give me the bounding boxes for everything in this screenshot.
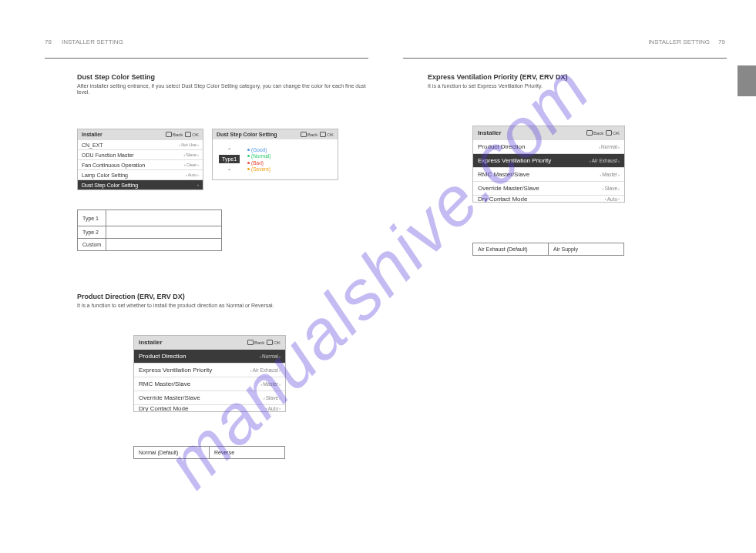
- chevron-left-icon: ‹: [186, 173, 187, 177]
- back-icon: [166, 132, 172, 137]
- panel-row-label: Dust Step Color Setting: [82, 183, 138, 188]
- panel-row-label: Product Direction: [139, 353, 186, 360]
- chevron-right-icon: ›: [618, 196, 620, 201]
- back-icon: [301, 132, 307, 137]
- back-icon: [586, 130, 593, 136]
- panel-row-label: Dry Contact Mode: [139, 405, 188, 412]
- panel-row-label: Express Ventilation Priority: [139, 367, 212, 374]
- chevron-down-icon[interactable]: ⌄: [227, 166, 231, 171]
- chevron-right-icon: ›: [197, 163, 199, 167]
- panel-b-row-3[interactable]: Override Master/Slave ‹Slave›: [134, 390, 285, 404]
- chevron-right-icon: ›: [279, 406, 281, 411]
- panel-row-label: Override Master/Slave: [478, 185, 539, 192]
- cell: Type 1: [78, 210, 106, 226]
- side-tab: [738, 65, 756, 96]
- chevron-up-icon[interactable]: ⌃: [227, 147, 231, 152]
- table-b: Normal (Default) Reverse: [133, 446, 285, 459]
- section-c-desc: It is a function to set Express Ventilat…: [428, 83, 721, 89]
- back-button[interactable]: Back: [301, 132, 318, 137]
- chevron-left-icon: ‹: [260, 354, 261, 359]
- cell: [106, 239, 222, 251]
- chevron-left-icon: ‹: [184, 163, 186, 167]
- back-icon: [247, 340, 254, 345]
- chevron-left-icon: ‹: [179, 142, 180, 147]
- cell: Air Supply: [549, 243, 624, 256]
- dust-panel-header: Dust Step Color Setting Back OK: [213, 129, 338, 139]
- panel-b-row-0[interactable]: Product Direction ‹Normal›: [134, 349, 285, 363]
- chevron-left-icon: ‹: [603, 186, 604, 191]
- panel-c-row-3[interactable]: Override Master/Slave ‹Slave›: [473, 181, 624, 195]
- ok-icon: [320, 132, 326, 137]
- section-b-heading: Product Direction (ERV, ERV DX): [77, 293, 370, 300]
- section-a-heading: Dust Step Color Setting: [77, 73, 370, 81]
- panel-b-title: Installer: [139, 339, 163, 346]
- panel1-row-1[interactable]: ODU Function Master ‹Slave›: [78, 149, 203, 159]
- ok-button[interactable]: OK: [267, 340, 281, 345]
- panel-c-row-0[interactable]: Product Direction ‹Normal›: [473, 139, 624, 153]
- back-button[interactable]: Back: [586, 130, 603, 136]
- section-b-desc: It is a function to set whether to insta…: [77, 303, 370, 309]
- chevron-right-icon: ›: [618, 186, 620, 191]
- chevron-left-icon: ‹: [605, 196, 606, 201]
- page-num-right: 79: [718, 39, 725, 45]
- dot-red-icon: [247, 162, 250, 164]
- page-title-left: INSTALLER SETTING: [62, 39, 123, 45]
- panel-c-row-1[interactable]: Express Ventilation Priority ‹Air Exhaus…: [473, 153, 624, 167]
- dot-orange-icon: [247, 168, 250, 170]
- cell: Normal (Default): [134, 447, 210, 459]
- ok-icon: [185, 132, 191, 137]
- dust-legend: (Good) (Normal) (Bad) (Severe): [247, 146, 270, 173]
- panel-b-row-2[interactable]: RMC Master/Slave ‹Master›: [134, 377, 285, 390]
- cell: Custom: [78, 239, 106, 251]
- panel1-row-0[interactable]: CN_EXT ‹Not Use›: [78, 139, 203, 149]
- ok-button[interactable]: OK: [606, 130, 620, 136]
- cell: [106, 226, 222, 239]
- ok-button[interactable]: OK: [185, 132, 199, 137]
- divider-left: [45, 58, 368, 59]
- chevron-right-icon: ›: [279, 396, 281, 401]
- back-button[interactable]: Back: [247, 340, 264, 345]
- dot-green-icon: [247, 155, 250, 157]
- panel-b-row-1[interactable]: Express Ventilation Priority ‹Air Exhaus…: [134, 363, 285, 377]
- chevron-right-icon: ›: [279, 354, 281, 359]
- table-a: Type 1Set to Type 1 Color. (Good:Blue, N…: [77, 209, 222, 251]
- panel-row-label: Express Ventilation Priority: [478, 157, 551, 164]
- panel-row-label: Product Direction: [478, 143, 525, 150]
- back-button[interactable]: Back: [166, 132, 183, 137]
- section-a-desc: After installer setting entrance, if you…: [77, 83, 370, 96]
- chevron-right-icon: ›: [618, 173, 620, 177]
- panel-row-label: Override Master/Slave: [139, 394, 200, 401]
- dot-blue-icon: [247, 149, 250, 151]
- panel1-row-3[interactable]: Lamp Color Setting ‹Auto›: [78, 169, 203, 179]
- panel-row-label: Dry Contact Mode: [478, 196, 527, 203]
- ok-icon: [267, 340, 273, 345]
- chevron-left-icon: ‹: [590, 159, 591, 163]
- table-c: Air Exhaust (Default) Air Supply: [472, 243, 624, 256]
- dust-panel-title: Dust Step Color Setting: [217, 132, 277, 137]
- watermark-text: manualshive.com: [151, 49, 605, 503]
- panel-row-label: Fan Continuous Operation: [82, 163, 145, 168]
- panel-c-header: Installer Back OK: [473, 126, 624, 139]
- chevron-right-icon: ›: [618, 159, 620, 163]
- chevron-right-icon: ›: [197, 152, 199, 157]
- panel-row-label: CN_EXT: [82, 142, 103, 148]
- chevron-right-icon: ›: [197, 142, 199, 147]
- ok-button[interactable]: OK: [320, 132, 334, 137]
- panel-row-label: RMC Master/Slave: [478, 171, 529, 178]
- chevron-left-icon: ‹: [599, 145, 600, 149]
- cell: Air Exhaust (Default): [473, 243, 549, 256]
- chevron-right-icon: ›: [197, 183, 199, 187]
- chevron-left-icon: ‹: [250, 368, 252, 373]
- panel1-row-4[interactable]: Dust Step Color Setting ›: [78, 179, 203, 189]
- type-chip[interactable]: Type1: [219, 155, 240, 163]
- panel-c-row-2[interactable]: RMC Master/Slave ‹Master›: [473, 167, 624, 181]
- panel-b-header: Installer Back OK: [134, 336, 285, 349]
- panel-c-row-4[interactable]: Dry Contact Mode ‹Auto›: [473, 195, 624, 202]
- panel1-row-2[interactable]: Fan Continuous Operation ‹Clear›: [78, 159, 203, 169]
- cell: Set to Type 1 Color. (Good:Blue, Normal:…: [106, 210, 222, 226]
- panel-row-label: ODU Function Master: [82, 152, 134, 158]
- panel-row-label: RMC Master/Slave: [139, 380, 190, 387]
- chevron-right-icon: ›: [197, 173, 199, 177]
- panel-b-row-4[interactable]: Dry Contact Mode ‹Auto›: [134, 404, 285, 411]
- ok-icon: [606, 130, 612, 136]
